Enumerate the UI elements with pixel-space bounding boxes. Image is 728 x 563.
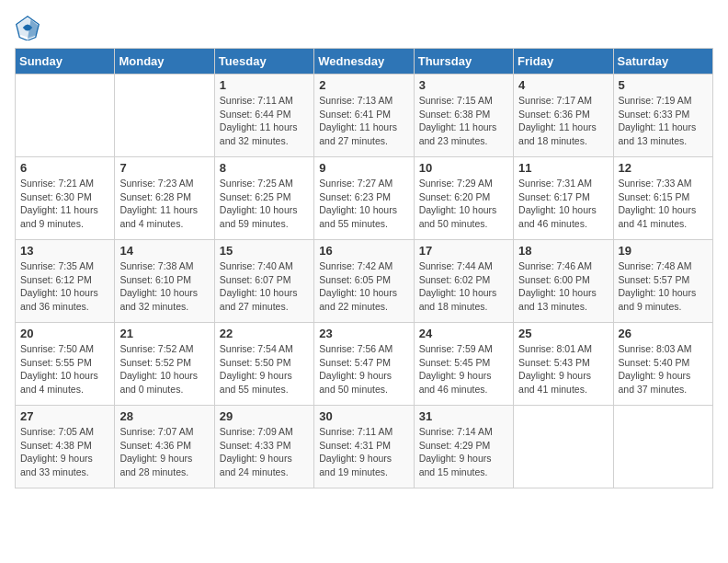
- week-row-2: 6Sunrise: 7:21 AM Sunset: 6:30 PM Daylig…: [16, 157, 713, 240]
- day-info: Sunrise: 7:44 AM Sunset: 6:02 PM Dayligh…: [419, 259, 508, 314]
- day-number: 15: [220, 244, 309, 258]
- day-cell: 15Sunrise: 7:40 AM Sunset: 6:07 PM Dayli…: [214, 240, 313, 323]
- week-row-4: 20Sunrise: 7:50 AM Sunset: 5:55 PM Dayli…: [16, 323, 713, 406]
- day-cell: 28Sunrise: 7:07 AM Sunset: 4:36 PM Dayli…: [115, 406, 214, 488]
- day-number: 2: [319, 78, 408, 92]
- day-info: Sunrise: 8:03 AM Sunset: 5:40 PM Dayligh…: [619, 342, 708, 396]
- day-info: Sunrise: 7:27 AM Sunset: 6:23 PM Dayligh…: [319, 177, 408, 231]
- day-number: 5: [619, 78, 708, 92]
- day-cell: 9Sunrise: 7:27 AM Sunset: 6:23 PM Daylig…: [314, 157, 414, 240]
- day-info: Sunrise: 7:19 AM Sunset: 6:33 PM Dayligh…: [619, 94, 708, 148]
- weekday-header-row: SundayMondayTuesdayWednesdayThursdayFrid…: [16, 49, 713, 75]
- day-cell: 6Sunrise: 7:21 AM Sunset: 6:30 PM Daylig…: [16, 157, 115, 240]
- day-cell: 7Sunrise: 7:23 AM Sunset: 6:28 PM Daylig…: [115, 157, 214, 240]
- day-cell: 11Sunrise: 7:31 AM Sunset: 6:17 PM Dayli…: [514, 157, 613, 240]
- day-cell: 17Sunrise: 7:44 AM Sunset: 6:02 PM Dayli…: [414, 240, 513, 323]
- day-cell: 8Sunrise: 7:25 AM Sunset: 6:25 PM Daylig…: [214, 157, 313, 240]
- day-cell: 3Sunrise: 7:15 AM Sunset: 6:38 PM Daylig…: [414, 75, 513, 157]
- day-cell: 30Sunrise: 7:11 AM Sunset: 4:31 PM Dayli…: [314, 406, 414, 488]
- week-row-3: 13Sunrise: 7:35 AM Sunset: 6:12 PM Dayli…: [16, 240, 713, 323]
- day-info: Sunrise: 7:48 AM Sunset: 5:57 PM Dayligh…: [619, 259, 708, 314]
- day-info: Sunrise: 7:50 AM Sunset: 5:55 PM Dayligh…: [20, 342, 109, 396]
- day-number: 31: [419, 409, 508, 423]
- day-info: Sunrise: 7:14 AM Sunset: 4:29 PM Dayligh…: [419, 425, 508, 479]
- day-info: Sunrise: 7:31 AM Sunset: 6:17 PM Dayligh…: [518, 177, 608, 231]
- day-cell: 10Sunrise: 7:29 AM Sunset: 6:20 PM Dayli…: [414, 157, 513, 240]
- day-info: Sunrise: 7:11 AM Sunset: 4:31 PM Dayligh…: [319, 425, 408, 479]
- day-number: 6: [20, 161, 109, 175]
- day-info: Sunrise: 7:09 AM Sunset: 4:33 PM Dayligh…: [220, 425, 309, 479]
- day-cell: 18Sunrise: 7:46 AM Sunset: 6:00 PM Dayli…: [514, 240, 613, 323]
- day-info: Sunrise: 7:17 AM Sunset: 6:36 PM Dayligh…: [518, 94, 608, 148]
- week-row-5: 27Sunrise: 7:05 AM Sunset: 4:38 PM Dayli…: [16, 406, 713, 488]
- day-cell: 12Sunrise: 7:33 AM Sunset: 6:15 PM Dayli…: [613, 157, 712, 240]
- day-info: Sunrise: 8:01 AM Sunset: 5:43 PM Dayligh…: [518, 342, 608, 396]
- day-number: 21: [119, 327, 209, 340]
- day-number: 3: [419, 78, 508, 92]
- day-number: 9: [319, 161, 408, 175]
- day-info: Sunrise: 7:05 AM Sunset: 4:38 PM Dayligh…: [20, 425, 109, 479]
- day-number: 12: [619, 161, 708, 175]
- day-number: 22: [220, 327, 309, 340]
- day-number: 19: [619, 244, 708, 258]
- day-number: 17: [419, 244, 508, 258]
- day-info: Sunrise: 7:40 AM Sunset: 6:07 PM Dayligh…: [220, 259, 309, 314]
- day-cell: [115, 75, 214, 157]
- weekday-header-friday: Friday: [514, 49, 613, 75]
- day-info: Sunrise: 7:52 AM Sunset: 5:52 PM Dayligh…: [119, 342, 209, 396]
- weekday-header-saturday: Saturday: [613, 49, 712, 75]
- calendar-table: SundayMondayTuesdayWednesdayThursdayFrid…: [15, 48, 713, 488]
- day-cell: 5Sunrise: 7:19 AM Sunset: 6:33 PM Daylig…: [613, 75, 712, 157]
- weekday-header-tuesday: Tuesday: [214, 49, 313, 75]
- day-number: 14: [119, 244, 209, 258]
- day-info: Sunrise: 7:56 AM Sunset: 5:47 PM Dayligh…: [319, 342, 408, 396]
- day-info: Sunrise: 7:25 AM Sunset: 6:25 PM Dayligh…: [220, 177, 309, 231]
- day-info: Sunrise: 7:42 AM Sunset: 6:05 PM Dayligh…: [319, 259, 408, 314]
- day-cell: 24Sunrise: 7:59 AM Sunset: 5:45 PM Dayli…: [414, 323, 513, 406]
- day-number: 24: [419, 327, 508, 340]
- day-cell: 16Sunrise: 7:42 AM Sunset: 6:05 PM Dayli…: [314, 240, 414, 323]
- day-info: Sunrise: 7:21 AM Sunset: 6:30 PM Dayligh…: [20, 177, 109, 231]
- day-number: 27: [20, 409, 109, 423]
- weekday-header-monday: Monday: [115, 49, 214, 75]
- day-cell: [613, 406, 712, 488]
- day-cell: 4Sunrise: 7:17 AM Sunset: 6:36 PM Daylig…: [514, 75, 613, 157]
- day-number: 10: [419, 161, 508, 175]
- day-number: 29: [220, 409, 309, 423]
- day-info: Sunrise: 7:54 AM Sunset: 5:50 PM Dayligh…: [220, 342, 309, 396]
- day-info: Sunrise: 7:59 AM Sunset: 5:45 PM Dayligh…: [419, 342, 508, 396]
- weekday-header-thursday: Thursday: [414, 49, 513, 75]
- day-number: 4: [518, 78, 608, 92]
- week-row-1: 1Sunrise: 7:11 AM Sunset: 6:44 PM Daylig…: [16, 75, 713, 157]
- day-info: Sunrise: 7:38 AM Sunset: 6:10 PM Dayligh…: [119, 259, 209, 314]
- day-cell: 31Sunrise: 7:14 AM Sunset: 4:29 PM Dayli…: [414, 406, 513, 488]
- day-number: 7: [119, 161, 209, 175]
- day-number: 26: [619, 327, 708, 340]
- day-cell: 29Sunrise: 7:09 AM Sunset: 4:33 PM Dayli…: [214, 406, 313, 488]
- day-number: 11: [518, 161, 608, 175]
- day-info: Sunrise: 7:07 AM Sunset: 4:36 PM Dayligh…: [119, 425, 209, 479]
- logo: [15, 15, 44, 40]
- day-cell: 26Sunrise: 8:03 AM Sunset: 5:40 PM Dayli…: [613, 323, 712, 406]
- day-cell: 27Sunrise: 7:05 AM Sunset: 4:38 PM Dayli…: [16, 406, 115, 488]
- day-number: 13: [20, 244, 109, 258]
- day-cell: 2Sunrise: 7:13 AM Sunset: 6:41 PM Daylig…: [314, 75, 414, 157]
- page-header: [15, 15, 713, 40]
- weekday-header-sunday: Sunday: [16, 49, 115, 75]
- day-cell: 21Sunrise: 7:52 AM Sunset: 5:52 PM Dayli…: [115, 323, 214, 406]
- day-cell: [16, 75, 115, 157]
- day-info: Sunrise: 7:46 AM Sunset: 6:00 PM Dayligh…: [518, 259, 608, 314]
- day-number: 25: [518, 327, 608, 340]
- day-cell: [514, 406, 613, 488]
- day-info: Sunrise: 7:13 AM Sunset: 6:41 PM Dayligh…: [319, 94, 408, 148]
- day-info: Sunrise: 7:33 AM Sunset: 6:15 PM Dayligh…: [619, 177, 708, 231]
- day-number: 30: [319, 409, 408, 423]
- day-cell: 25Sunrise: 8:01 AM Sunset: 5:43 PM Dayli…: [514, 323, 613, 406]
- day-info: Sunrise: 7:23 AM Sunset: 6:28 PM Dayligh…: [119, 177, 209, 231]
- day-number: 16: [319, 244, 408, 258]
- day-number: 18: [518, 244, 608, 258]
- day-cell: 1Sunrise: 7:11 AM Sunset: 6:44 PM Daylig…: [214, 75, 313, 157]
- day-number: 28: [119, 409, 209, 423]
- day-number: 1: [220, 78, 309, 92]
- day-info: Sunrise: 7:11 AM Sunset: 6:44 PM Dayligh…: [220, 94, 309, 148]
